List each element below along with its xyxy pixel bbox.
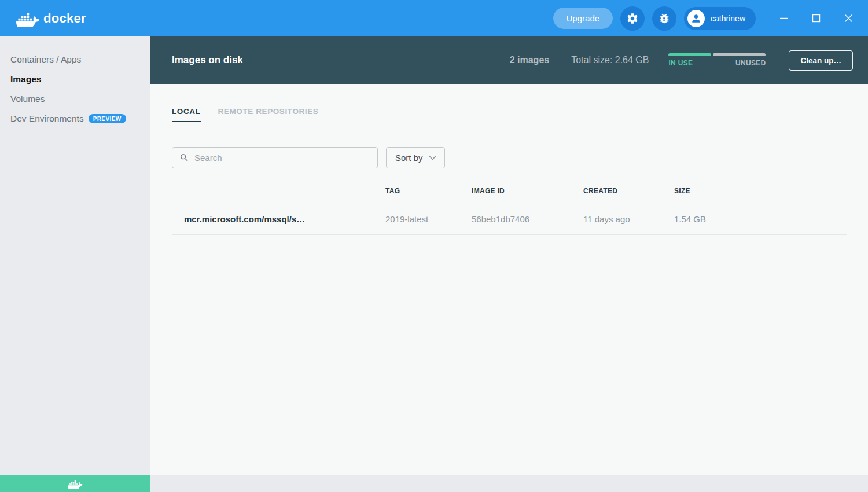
avatar [687,10,705,27]
sidebar-item-dev-environments[interactable]: Dev Environments PREVIEW [0,109,150,128]
sort-by-label: Sort by [395,153,423,163]
user-menu[interactable]: cathrinew [684,7,756,30]
sidebar-item-label: Volumes [10,94,45,104]
search-icon [179,153,189,163]
search-input[interactable] [194,153,370,163]
clean-up-button[interactable]: Clean up… [789,50,853,71]
troubleshoot-button[interactable] [652,6,676,31]
column-size: SIZE [674,187,847,195]
username: cathrinew [711,14,745,23]
content: LOCAL REMOTE REPOSITORIES Sort by [150,84,868,475]
disk-usage-indicator: IN USE UNUSED [668,53,766,67]
image-count: 2 images [510,55,549,65]
footer [0,475,868,492]
preview-badge: PREVIEW [89,114,126,123]
tab-local[interactable]: LOCAL [172,107,201,122]
usage-bar-unused [713,53,766,56]
sidebar-item-label: Images [10,74,41,85]
sidebar-item-label: Dev Environments [10,113,84,124]
image-name: mcr.microsoft.com/mssql/s… [172,214,385,224]
settings-button[interactable] [620,6,645,31]
unused-label: UNUSED [735,59,766,67]
upgrade-button[interactable]: Upgrade [553,8,613,29]
table-row[interactable]: mcr.microsoft.com/mssql/s… 2019-latest 5… [172,203,847,235]
sidebar-item-containers[interactable]: Containers / Apps [0,50,150,69]
toolbar: Sort by [172,147,847,168]
column-image-id: IMAGE ID [472,187,583,195]
images-table: TAG IMAGE ID CREATED SIZE mcr.microsoft.… [172,182,847,235]
total-size: Total size: 2.64 GB [571,55,649,65]
docker-logo-text: docker [43,11,86,26]
image-id: 56beb1db7406 [472,214,583,224]
minimize-icon [779,14,788,23]
docker-logo: docker [16,10,86,27]
gear-icon [626,12,639,25]
docker-whale-icon [16,10,39,27]
maximize-icon [812,14,821,23]
maximize-button[interactable] [811,13,822,24]
tabs: LOCAL REMOTE REPOSITORIES [172,107,847,122]
column-created: CREATED [583,187,674,195]
footer-whale-area[interactable] [0,475,150,492]
chevron-down-icon [429,155,436,160]
footer-status-bar [150,475,868,492]
titlebar: docker Upgrade cathrinew [0,0,868,36]
image-size: 1.54 GB [674,214,847,224]
search-box[interactable] [172,147,378,168]
image-tag: 2019-latest [385,214,472,224]
image-created: 11 days ago [583,214,674,224]
usage-bar [668,53,766,56]
table-header-row: TAG IMAGE ID CREATED SIZE [172,182,847,203]
page-title: Images on disk [172,54,243,66]
person-icon [690,13,702,24]
sidebar-item-volumes[interactable]: Volumes [0,89,150,109]
bug-icon [658,12,671,25]
tab-remote-repositories[interactable]: REMOTE REPOSITORIES [218,107,319,122]
page-header: Images on disk 2 images Total size: 2.64… [150,36,868,84]
close-icon [844,14,853,23]
minimize-button[interactable] [778,13,789,24]
sort-by-dropdown[interactable]: Sort by [386,147,445,168]
close-button[interactable] [843,13,854,24]
usage-bar-used [668,53,711,56]
window-controls [778,13,854,24]
column-tag: TAG [385,187,472,195]
sidebar: Containers / Apps Images Volumes Dev Env… [0,36,150,475]
sidebar-item-images[interactable]: Images [0,69,150,89]
sidebar-item-label: Containers / Apps [10,54,81,65]
in-use-label: IN USE [668,59,693,67]
docker-whale-icon [68,478,83,489]
